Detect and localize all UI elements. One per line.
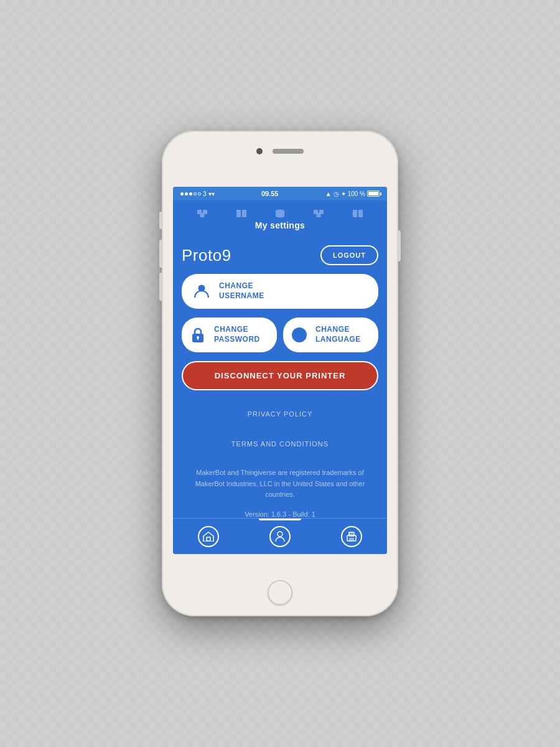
username-display: Proto9: [182, 246, 231, 265]
tab-printer[interactable]: scli: [315, 519, 387, 554]
location-icon: ▲: [325, 190, 332, 197]
home-icon: [203, 532, 214, 542]
svg-rect-4: [236, 210, 241, 212]
home-button[interactable]: [268, 580, 292, 605]
signal-indicator: [180, 192, 201, 195]
svg-point-20: [296, 328, 302, 342]
user-icon: [192, 281, 212, 301]
battery-indicator: [367, 190, 380, 197]
disconnect-printer-button[interactable]: DISCONNECT YOUR PRINTER: [182, 361, 378, 390]
terms-link[interactable]: TERMS AND CONDITIONS: [182, 438, 378, 450]
nav-decorations: [178, 205, 382, 220]
battery-pct: 100 %: [348, 190, 365, 197]
lock-icon: [188, 325, 208, 345]
svg-rect-3: [236, 212, 241, 217]
volume-down-button: [159, 273, 162, 301]
privacy-policy-link[interactable]: PRIVACY POLICY: [182, 408, 378, 420]
box-icon-2: [352, 209, 363, 218]
cube-icon-1: [197, 209, 208, 218]
volume-up-button: [159, 240, 162, 268]
svg-text:scli: scli: [348, 532, 353, 535]
change-language-button[interactable]: CHANGELANGUAGE: [283, 317, 378, 352]
status-bar: 3 ▾▾ 09.55 ▲ ◷ ✦ 100 %: [173, 187, 387, 200]
svg-rect-18: [197, 337, 198, 340]
phone-top: [162, 148, 398, 154]
change-language-label: CHANGELANGUAGE: [315, 325, 361, 344]
svg-point-24: [278, 532, 282, 537]
version-text: Version: 1.6.3 - Build: 1: [182, 509, 378, 518]
mute-button: [159, 212, 162, 229]
disclaimer-text: MakerBot and Thingiverse are registered …: [182, 467, 378, 500]
box-icon-1: [236, 209, 247, 218]
camera: [256, 148, 263, 154]
power-button: [398, 230, 401, 261]
change-password-label: CHANGEPASSWORD: [214, 325, 260, 344]
printer-icon: scli: [345, 530, 358, 543]
status-time: 09.55: [261, 190, 279, 197]
speaker: [273, 149, 304, 154]
second-button-row: CHANGEPASSWORD CHANGELANGUAGE: [182, 317, 378, 352]
signal-dot-5: [198, 192, 201, 195]
profile-tab-icon: [269, 526, 291, 547]
svg-rect-12: [353, 212, 357, 217]
svg-rect-14: [358, 210, 363, 217]
battery-fill: [368, 192, 378, 195]
logout-button[interactable]: LOGOUT: [320, 245, 378, 265]
signal-dot-4: [194, 192, 197, 195]
svg-rect-5: [242, 210, 246, 217]
home-tab-icon: [198, 526, 219, 547]
svg-point-8: [276, 215, 284, 218]
tab-bar: scli: [173, 518, 387, 554]
signal-dot-1: [180, 192, 184, 195]
status-left: 3 ▾▾: [180, 190, 215, 197]
globe-icon: [289, 325, 309, 345]
change-username-button[interactable]: CHANGEUSERNAME: [182, 274, 378, 309]
change-username-label: CHANGEUSERNAME: [219, 281, 264, 301]
carrier-label: 3: [203, 190, 207, 197]
svg-rect-2: [200, 213, 205, 217]
screen-content: Proto9 LOGOUT CHANGEUSERNAME: [173, 235, 387, 518]
user-header-row: Proto9 LOGOUT: [182, 245, 378, 265]
nav-bar: My settings: [173, 200, 387, 235]
status-right: ▲ ◷ ✦ 100 %: [325, 190, 380, 197]
signal-dot-3: [189, 192, 192, 195]
svg-rect-23: [207, 537, 210, 541]
svg-rect-11: [317, 213, 321, 217]
phone-device: 3 ▾▾ 09.55 ▲ ◷ ✦ 100 %: [162, 131, 398, 616]
change-password-button[interactable]: CHANGEPASSWORD: [182, 317, 277, 352]
printer-tab-icon: scli: [341, 526, 362, 547]
wifi-icon: ▾▾: [208, 190, 215, 197]
cube-icon-2: [313, 209, 324, 218]
bluetooth-icon: ✦: [341, 190, 346, 197]
cylinder-icon: [274, 209, 286, 218]
svg-rect-13: [353, 210, 357, 212]
phone-screen: 3 ▾▾ 09.55 ▲ ◷ ✦ 100 %: [173, 187, 387, 554]
profile-icon: [275, 531, 285, 542]
tab-home[interactable]: [173, 519, 245, 554]
alarm-icon: ◷: [334, 190, 339, 197]
tab-profile[interactable]: [245, 519, 316, 554]
signal-dot-2: [185, 192, 188, 195]
page-title: My settings: [178, 220, 382, 230]
